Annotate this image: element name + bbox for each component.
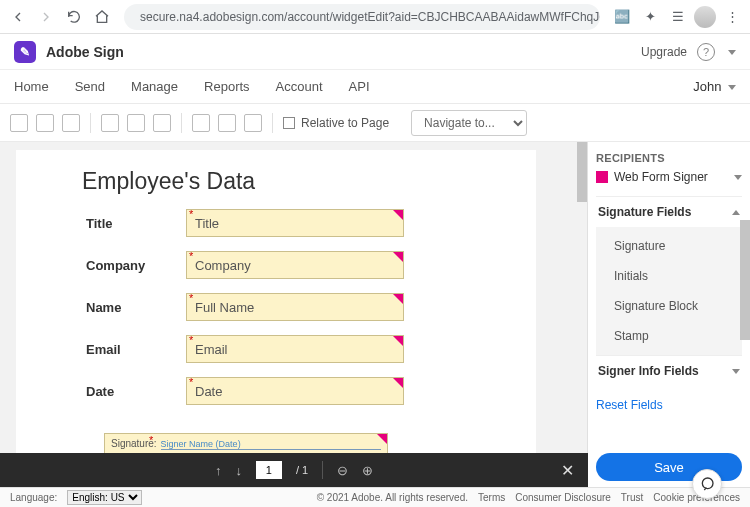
field-label-date: Date (86, 384, 186, 399)
page-total: / 1 (296, 464, 308, 476)
separator (181, 113, 182, 133)
field-placeholder: Title (195, 216, 219, 231)
signature-fields-list: Signature Initials Signature Block Stamp (596, 227, 742, 355)
section-label: Signature Fields (598, 205, 691, 219)
recipient-selector[interactable]: Web Form Signer (596, 170, 742, 184)
align-tool-icon[interactable] (192, 114, 210, 132)
language-select[interactable]: English: US (67, 490, 142, 505)
navigate-select[interactable]: Navigate to... (411, 110, 527, 136)
copyright: © 2021 Adobe. All rights reserved. (317, 492, 468, 503)
url-text: secure.na4.adobesign.com/account/widgetE… (140, 10, 600, 24)
chevron-up-icon (729, 205, 740, 219)
page-footer: Language: English: US © 2021 Adobe. All … (0, 487, 750, 507)
separator (90, 113, 91, 133)
field-placeholder: Email (195, 342, 228, 357)
translate-icon[interactable]: 🔤 (610, 5, 634, 29)
document-page: Employee's Data Title *Title Company *Co… (16, 150, 536, 487)
page-up-icon[interactable]: ↑ (215, 463, 222, 478)
chat-help-icon[interactable] (692, 469, 722, 499)
field-date[interactable]: *Date (186, 377, 404, 405)
sig-value: Signer Name (Date) (161, 439, 381, 450)
brand-name: Adobe Sign (46, 44, 124, 60)
nav-send[interactable]: Send (75, 79, 105, 94)
checkbox-icon (283, 117, 295, 129)
nav-reports[interactable]: Reports (204, 79, 250, 94)
field-label-company: Company (86, 258, 186, 273)
field-placeholder: Company (195, 258, 251, 273)
field-type-initials[interactable]: Initials (596, 261, 742, 291)
nav-home[interactable]: Home (14, 79, 49, 94)
upgrade-link[interactable]: Upgrade (641, 45, 687, 59)
field-type-signature-block[interactable]: Signature Block (596, 291, 742, 321)
editor-toolbar: Relative to Page Navigate to... (0, 104, 750, 142)
back-icon[interactable] (6, 5, 30, 29)
workspace: Employee's Data Title *Title Company *Co… (0, 142, 750, 487)
separator (272, 113, 273, 133)
field-label-title: Title (86, 216, 186, 231)
chevron-down-icon (725, 79, 736, 94)
footer-link-disclosure[interactable]: Consumer Disclosure (515, 492, 611, 503)
field-placeholder: Full Name (195, 300, 254, 315)
reading-list-icon[interactable]: ☰ (666, 5, 690, 29)
scrollbar-thumb[interactable] (740, 220, 750, 340)
relative-to-page-toggle[interactable]: Relative to Page (283, 116, 389, 130)
app-header: ✎ Adobe Sign Upgrade ? (0, 34, 750, 70)
main-nav: Home Send Manage Reports Account API Joh… (0, 70, 750, 104)
page-number-input[interactable] (256, 461, 282, 479)
field-label-name: Name (86, 300, 186, 315)
section-signer-info-fields[interactable]: Signer Info Fields (596, 355, 742, 386)
document-canvas[interactable]: Employee's Data Title *Title Company *Co… (0, 142, 588, 487)
nav-manage[interactable]: Manage (131, 79, 178, 94)
language-label: Language: (10, 492, 57, 503)
align-tool-icon[interactable] (36, 114, 54, 132)
zoom-out-icon[interactable]: ⊖ (337, 463, 348, 478)
chevron-down-icon (731, 170, 742, 184)
field-email[interactable]: *Email (186, 335, 404, 363)
nav-api[interactable]: API (349, 79, 370, 94)
profile-avatar[interactable] (694, 6, 716, 28)
field-placeholder: Date (195, 384, 222, 399)
menu-icon[interactable]: ⋮ (720, 5, 744, 29)
doc-heading: Employee's Data (82, 168, 512, 195)
home-icon[interactable] (90, 5, 114, 29)
page-navigation-bar: ↑ ↓ / 1 ⊖ ⊕ ✕ (0, 453, 588, 487)
right-sidebar: RECIPIENTS Web Form Signer Signature Fie… (588, 142, 750, 487)
close-bar-icon[interactable]: ✕ (561, 461, 574, 480)
user-menu[interactable]: John (693, 79, 736, 94)
scrollbar-thumb[interactable] (577, 142, 587, 202)
align-tool-icon[interactable] (10, 114, 28, 132)
recipient-name: Web Form Signer (614, 170, 708, 184)
footer-link-terms[interactable]: Terms (478, 492, 505, 503)
field-label-email: Email (86, 342, 186, 357)
align-tool-icon[interactable] (244, 114, 262, 132)
reset-fields-link[interactable]: Reset Fields (596, 398, 663, 412)
forward-icon[interactable] (34, 5, 58, 29)
field-company[interactable]: *Company (186, 251, 404, 279)
address-bar[interactable]: secure.na4.adobesign.com/account/widgetE… (124, 4, 600, 30)
reload-icon[interactable] (62, 5, 86, 29)
align-tool-icon[interactable] (62, 114, 80, 132)
recipients-heading: RECIPIENTS (596, 152, 742, 164)
section-label: Signer Info Fields (598, 364, 699, 378)
help-dropdown-icon[interactable] (725, 45, 736, 59)
footer-link-trust[interactable]: Trust (621, 492, 643, 503)
help-icon[interactable]: ? (697, 43, 715, 61)
nav-account[interactable]: Account (276, 79, 323, 94)
browser-toolbar: secure.na4.adobesign.com/account/widgetE… (0, 0, 750, 34)
chevron-down-icon (729, 364, 740, 378)
field-type-signature[interactable]: Signature (596, 231, 742, 261)
align-tool-icon[interactable] (127, 114, 145, 132)
recipient-color-icon (596, 171, 608, 183)
extensions-icon[interactable]: ✦ (638, 5, 662, 29)
page-down-icon[interactable]: ↓ (235, 463, 242, 478)
field-title[interactable]: *Title (186, 209, 404, 237)
user-name: John (693, 79, 721, 94)
field-name[interactable]: *Full Name (186, 293, 404, 321)
adobe-sign-logo-icon: ✎ (14, 41, 36, 63)
zoom-in-icon[interactable]: ⊕ (362, 463, 373, 478)
align-tool-icon[interactable] (101, 114, 119, 132)
align-tool-icon[interactable] (153, 114, 171, 132)
align-tool-icon[interactable] (218, 114, 236, 132)
field-type-stamp[interactable]: Stamp (596, 321, 742, 351)
section-signature-fields[interactable]: Signature Fields (596, 196, 742, 227)
